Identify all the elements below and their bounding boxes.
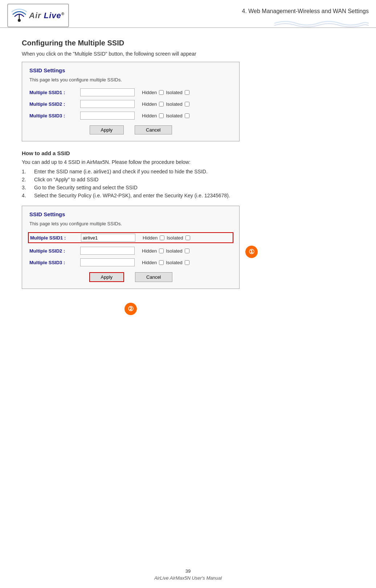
ssid2-3-label: Multiple SSID3 : xyxy=(29,260,77,265)
ssid2-2-hidden-checkbox[interactable] xyxy=(159,249,164,253)
ssid2-3-input[interactable] xyxy=(80,258,135,266)
ssid2-1-isolated-checkbox[interactable] xyxy=(185,235,190,240)
ssid2-row-3: Multiple SSID3 : Hidden Isolated xyxy=(29,258,232,266)
ssid-box-2-apply-button[interactable]: Apply xyxy=(89,272,124,282)
ssid2-2-options: Hidden Isolated xyxy=(142,248,189,254)
ssid1-label: Multiple SSID1 : xyxy=(29,90,77,95)
ssid2-1-isolated-label: Isolated xyxy=(167,235,183,241)
ssid2-1-label: Multiple SSID1 : xyxy=(30,235,77,241)
howto-step-4: 4. Select the Security Policy (i.e. WPA2… xyxy=(22,193,354,198)
ssid-settings-box-2-wrapper: SSID Settings This page lets you configu… xyxy=(22,206,240,298)
ssid2-2-isolated-label: Isolated xyxy=(166,248,183,254)
howto-step-1: 1. Enter the SSID name (i.e. airlive1) a… xyxy=(22,169,354,174)
ssid-box-2-cancel-button[interactable]: Cancel xyxy=(135,272,172,282)
ssid-box-1-cancel-button[interactable]: Cancel xyxy=(135,125,172,134)
wave-decoration xyxy=(274,18,369,28)
ssid1-isolated-label: Isolated xyxy=(166,90,183,95)
badge-2: ② xyxy=(124,303,137,315)
ssid-box-2-title: SSID Settings xyxy=(29,211,232,217)
logo-text: Air Live® xyxy=(29,11,65,20)
header-title: 4. Web Management-Wireless and WAN Setti… xyxy=(242,4,369,15)
ssid-settings-box-1: SSID Settings This page lets you configu… xyxy=(22,62,240,141)
ssid2-2-hidden-label: Hidden xyxy=(142,248,157,254)
logo-live: Live xyxy=(44,11,61,20)
ssid1-options: Hidden Isolated xyxy=(142,90,189,95)
section-desc: When you click on the "Multiple SSID" bu… xyxy=(22,51,354,57)
ssid2-2-isolated-checkbox[interactable] xyxy=(185,249,189,253)
ssid-box-2-buttons: Apply Cancel xyxy=(29,272,232,282)
main-content: Configuring the Multiple SSID When you c… xyxy=(0,28,376,305)
ssid-row-3: Multiple SSID3 : Hidden Isolated xyxy=(29,112,232,120)
ssid-row-2: Multiple SSID2 : Hidden Isolated xyxy=(29,100,232,108)
ssid1-input[interactable] xyxy=(80,88,135,96)
ssid2-hidden-label: Hidden xyxy=(142,101,157,107)
ssid-row-1: Multiple SSID1 : Hidden Isolated xyxy=(29,88,232,96)
ssid2-isolated-checkbox[interactable] xyxy=(185,102,189,106)
ssid2-3-options: Hidden Isolated xyxy=(142,260,189,265)
ssid2-options: Hidden Isolated xyxy=(142,101,189,107)
ssid2-1-hidden-checkbox[interactable] xyxy=(160,235,164,240)
ssid1-hidden-label: Hidden xyxy=(142,90,157,95)
ssid-settings-box-2: SSID Settings This page lets you configu… xyxy=(22,206,240,289)
logo-air: Air xyxy=(29,11,44,20)
ssid3-label: Multiple SSID3 : xyxy=(29,113,77,118)
badge-1: ① xyxy=(245,246,258,258)
ssid-box-1-apply-button[interactable]: Apply xyxy=(90,125,124,134)
ssid-box-1-desc: This page lets you configure multiple SS… xyxy=(29,77,232,82)
ssid3-isolated-checkbox[interactable] xyxy=(185,113,189,118)
ssid-box-1-buttons: Apply Cancel xyxy=(29,125,232,134)
ssid2-3-isolated-checkbox[interactable] xyxy=(185,260,189,265)
howto-list: 1. Enter the SSID name (i.e. airlive1) a… xyxy=(22,169,354,198)
ssid-box-1-title: SSID Settings xyxy=(29,67,232,73)
section-title: Configuring the Multiple SSID xyxy=(22,39,354,47)
howto-section: How to add a SSID You can add up to 4 SS… xyxy=(22,150,354,198)
antenna-icon xyxy=(12,7,27,24)
ssid2-3-isolated-label: Isolated xyxy=(166,260,183,265)
ssid2-row-2: Multiple SSID2 : Hidden Isolated xyxy=(29,247,232,255)
footer: 39 AirLive AirMax5N User's Manual xyxy=(0,568,376,581)
howto-desc: You can add up to 4 SSID in AirMax5N. Pl… xyxy=(22,159,354,165)
ssid2-3-hidden-checkbox[interactable] xyxy=(159,260,164,265)
ssid2-hidden-checkbox[interactable] xyxy=(159,102,164,106)
footer-manual: AirLive AirMax5N User's Manual xyxy=(0,575,376,581)
ssid3-isolated-label: Isolated xyxy=(166,113,183,118)
ssid2-1-hidden-label: Hidden xyxy=(143,235,158,241)
howto-title: How to add a SSID xyxy=(22,150,354,156)
logo-box: Air Live® xyxy=(7,4,69,27)
ssid3-input[interactable] xyxy=(80,112,135,120)
ssid3-options: Hidden Isolated xyxy=(142,113,189,118)
ssid3-hidden-checkbox[interactable] xyxy=(159,113,164,118)
ssid2-1-input[interactable] xyxy=(81,234,135,242)
ssid2-label: Multiple SSID2 : xyxy=(29,101,77,107)
ssid-box-2-desc: This page lets you configure multiple SS… xyxy=(29,221,232,226)
ssid1-isolated-checkbox[interactable] xyxy=(185,90,189,95)
ssid3-hidden-label: Hidden xyxy=(142,113,157,118)
howto-step-3: 3. Go to the Security setting and select… xyxy=(22,185,354,190)
ssid2-1-options: Hidden Isolated xyxy=(143,235,190,241)
ssid2-isolated-label: Isolated xyxy=(166,101,183,107)
footer-page: 39 xyxy=(0,568,376,574)
ssid1-hidden-checkbox[interactable] xyxy=(159,90,164,95)
ssid2-input[interactable] xyxy=(80,100,135,108)
ssid2-3-hidden-label: Hidden xyxy=(142,260,157,265)
howto-step-2: 2. Click on “Apply” to add SSID xyxy=(22,177,354,182)
logo-reg: ® xyxy=(61,11,65,16)
ssid2-2-label: Multiple SSID2 : xyxy=(29,248,77,254)
logo-area: Air Live® xyxy=(7,4,69,27)
ssid2-2-input[interactable] xyxy=(80,247,135,255)
ssid2-row-1: Multiple SSID1 : Hidden Isolated xyxy=(28,232,233,243)
